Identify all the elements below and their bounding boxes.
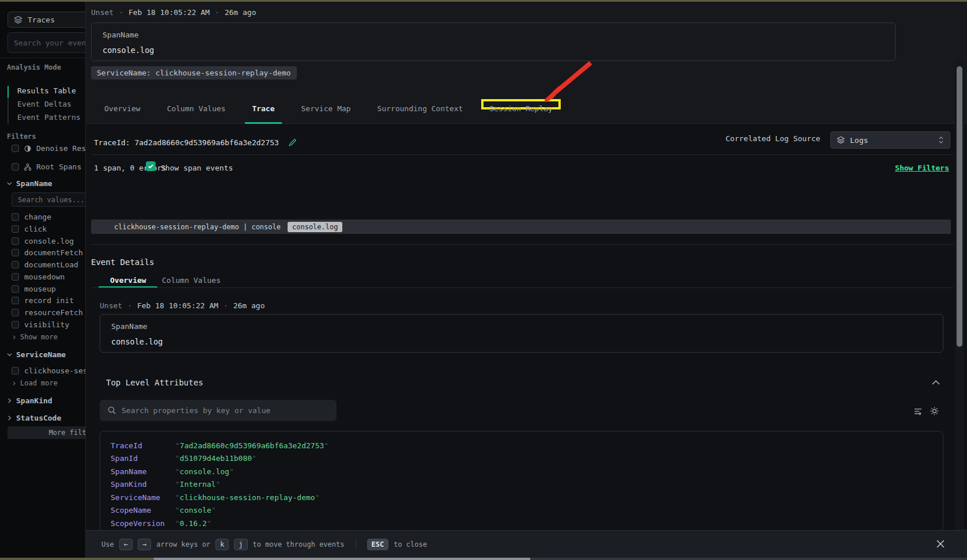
span-name-label: SpanName: [111, 322, 148, 331]
mode-event-patterns[interactable]: Event Patterns: [17, 113, 81, 122]
filter-option[interactable]: change: [12, 212, 51, 221]
event-details-tab-overview[interactable]: Overview: [110, 276, 146, 285]
show-filters-link[interactable]: Show Filters: [895, 164, 949, 172]
service-name-tag[interactable]: ServiceName: clickhouse-session-replay-d…: [91, 66, 297, 80]
filter-option[interactable]: resourceFetch: [12, 308, 83, 317]
span-name-value: console.log: [111, 337, 163, 346]
option-checkbox[interactable]: [12, 237, 19, 245]
attribute-value[interactable]: "Internal": [175, 480, 220, 489]
filter-option[interactable]: mousedown: [12, 272, 65, 281]
relative-time: 26m ago: [233, 301, 265, 310]
filter-option[interactable]: documentFetch: [12, 248, 83, 257]
filter-group-servicename[interactable]: ServiceName: [6, 350, 66, 359]
quote-mark: ": [324, 441, 328, 450]
attribute-key[interactable]: SpanName: [111, 467, 175, 476]
root-spans-checkbox[interactable]: [12, 163, 19, 171]
attribute-row: ScopeVersion "0.16.2": [100, 517, 943, 530]
panel-tabs: Overview Column Values Trace Service Map…: [104, 104, 553, 113]
horizontal-scrollbar[interactable]: [0, 558, 967, 560]
servicename-load-more[interactable]: Load more: [12, 379, 58, 387]
filter-option[interactable]: mouseup: [12, 284, 56, 293]
dot-separator: ·: [215, 8, 220, 17]
filter-option[interactable]: record init: [12, 296, 74, 305]
servicename-group-label: ServiceName: [16, 350, 66, 359]
attribute-key[interactable]: ServiceName: [111, 493, 175, 502]
load-more-label: Load more: [20, 379, 58, 387]
log-source-select[interactable]: Logs: [830, 131, 950, 149]
filter-lines-icon[interactable]: [913, 407, 924, 416]
tab-overview[interactable]: Overview: [104, 104, 141, 113]
attribute-key[interactable]: ScopeVersion: [111, 519, 175, 528]
spanname-show-more[interactable]: Show more: [12, 333, 58, 341]
denoise-checkbox[interactable]: [12, 145, 19, 152]
span-bar-pill[interactable]: console.log: [288, 222, 342, 232]
filter-option[interactable]: documentLoad: [12, 260, 78, 269]
filter-option[interactable]: click: [12, 224, 47, 233]
attribute-row: SpanName "console.log": [100, 465, 943, 478]
edit-pencil-icon[interactable]: [288, 138, 297, 147]
show-span-events-checkbox[interactable]: [146, 161, 156, 171]
option-checkbox[interactable]: [12, 321, 19, 328]
attribute-value[interactable]: "console": [175, 506, 216, 514]
relative-time: 26m ago: [225, 8, 256, 17]
option-checkbox[interactable]: [12, 367, 19, 374]
option-checkbox[interactable]: [12, 309, 19, 316]
span-name-value: console.log: [103, 46, 154, 55]
attribute-value[interactable]: "d51079d4eb11b080": [175, 454, 256, 463]
filter-option[interactable]: console.log: [12, 236, 74, 245]
filter-group-spankind[interactable]: SpanKind: [6, 396, 52, 405]
event-side-panel: Unset · Feb 18 10:05:22 AM · 26m ago Spa…: [85, 2, 967, 560]
show-span-events-label[interactable]: Show span events: [161, 164, 233, 172]
tab-column-values[interactable]: Column Values: [167, 104, 226, 113]
attribute-value[interactable]: "7ad2ad8660c9d53969a6bf6a3e2d2753": [175, 441, 328, 450]
filter-group-spanname[interactable]: SpanName: [6, 179, 52, 188]
option-checkbox[interactable]: [12, 273, 19, 281]
option-label: documentLoad: [24, 260, 78, 269]
option-label: console.log: [24, 237, 74, 245]
tab-trace[interactable]: Trace: [252, 104, 274, 113]
option-checkbox[interactable]: [12, 249, 19, 256]
attribute-value-text: Internal: [180, 480, 216, 489]
attribute-key[interactable]: SpanId: [111, 454, 175, 463]
mode-event-deltas[interactable]: Event Deltas: [17, 100, 71, 109]
filter-option[interactable]: visibility: [12, 320, 69, 329]
attribute-value-text: console.log: [180, 467, 229, 476]
option-checkbox[interactable]: [12, 261, 19, 268]
attributes-table: TraceId "7ad2ad8660c9d53969a6bf6a3e2d275…: [100, 431, 943, 532]
option-checkbox[interactable]: [12, 225, 19, 233]
quote-mark: ": [175, 506, 180, 514]
scrollbar-thumb[interactable]: [154, 558, 530, 560]
attribute-key[interactable]: SpanKind: [111, 480, 175, 489]
chevron-right-icon: [12, 381, 17, 386]
trace-span-bar[interactable]: clickhouse-session-replay-demo | console…: [91, 220, 951, 234]
k-key: k: [216, 539, 229, 550]
attribute-value[interactable]: "0.16.2": [175, 519, 211, 528]
hint-text: Use: [101, 540, 114, 548]
attribute-key[interactable]: ScopeName: [111, 506, 175, 514]
close-icon[interactable]: [935, 538, 946, 550]
attribute-value[interactable]: "clickhouse-session-replay-demo": [175, 493, 319, 502]
gear-icon[interactable]: [930, 406, 939, 416]
mode-results-table[interactable]: Results Table: [17, 86, 76, 96]
search-icon: [107, 406, 116, 415]
option-checkbox[interactable]: [12, 285, 19, 293]
tab-service-map[interactable]: Service Map: [301, 104, 351, 113]
tab-surrounding-context[interactable]: Surrounding Context: [377, 104, 463, 113]
hint-text: to move through events: [253, 540, 345, 548]
attributes-search-input[interactable]: [100, 400, 337, 421]
option-label: click: [24, 225, 47, 233]
attribute-key[interactable]: TraceId: [111, 441, 175, 450]
attribute-value[interactable]: "console.log": [175, 467, 234, 476]
option-checkbox[interactable]: [12, 213, 19, 221]
option-checkbox[interactable]: [12, 297, 19, 304]
scrollbar-segment: [0, 558, 154, 560]
hierarchy-icon: [24, 163, 32, 171]
event-details-tab-column-values[interactable]: Column Values: [162, 276, 221, 285]
collapse-chevron-up-icon[interactable]: [931, 379, 940, 387]
vertical-scrollbar[interactable]: [955, 60, 964, 530]
scrollbar-thumb[interactable]: [957, 66, 962, 347]
quote-mark: ": [175, 467, 180, 476]
mode-rail-active: [7, 86, 9, 98]
filter-group-statuscode[interactable]: StatusCode: [6, 414, 61, 422]
attribute-value-text: 0.16.2: [180, 519, 207, 528]
